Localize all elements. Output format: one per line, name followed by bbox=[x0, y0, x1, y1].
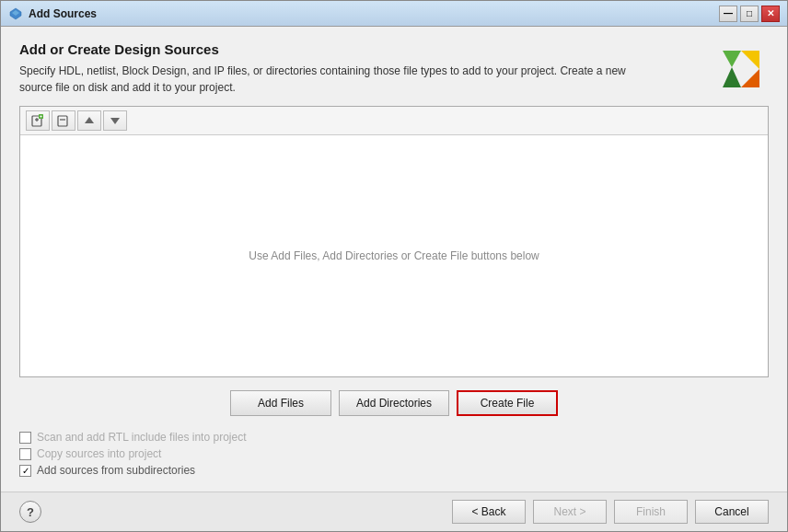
title-bar-controls: — □ ✕ bbox=[719, 6, 780, 22]
svg-rect-13 bbox=[58, 116, 67, 126]
remove-icon bbox=[56, 113, 71, 128]
main-content: Add or Create Design Sources Specify HDL… bbox=[1, 27, 787, 492]
move-down-button[interactable] bbox=[103, 110, 127, 131]
copy-sources-label: Copy sources into project bbox=[37, 447, 161, 460]
finish-button[interactable]: Finish bbox=[614, 500, 688, 524]
file-panel-empty-message: Use Add Files, Add Directories or Create… bbox=[20, 135, 768, 376]
svg-marker-2 bbox=[723, 51, 741, 67]
svg-marker-4 bbox=[741, 69, 759, 87]
next-button[interactable]: Next > bbox=[533, 500, 607, 524]
app-icon bbox=[8, 6, 23, 21]
page-description: Specify HDL, netlist, Block Design, and … bbox=[19, 63, 645, 96]
add-files-button[interactable]: Add Files bbox=[230, 390, 331, 416]
add-subdirs-checkbox[interactable]: ✓ bbox=[19, 465, 31, 477]
options-section: Scan and add RTL include files into proj… bbox=[19, 431, 769, 477]
svg-marker-16 bbox=[110, 118, 120, 124]
add-file-toolbar-button[interactable] bbox=[26, 110, 50, 131]
title-bar: Add Sources — □ ✕ bbox=[1, 1, 787, 27]
add-subdirs-label: Add sources from subdirectories bbox=[37, 464, 195, 477]
cancel-button[interactable]: Cancel bbox=[695, 500, 769, 524]
scan-rtl-option: Scan and add RTL include files into proj… bbox=[19, 431, 769, 444]
add-directories-button[interactable]: Add Directories bbox=[339, 390, 449, 416]
help-button[interactable]: ? bbox=[19, 501, 41, 523]
file-panel-toolbar bbox=[20, 107, 768, 135]
action-buttons: Add Files Add Directories Create File bbox=[19, 390, 769, 416]
svg-marker-3 bbox=[741, 51, 759, 69]
copy-sources-option: Copy sources into project bbox=[19, 447, 769, 460]
copy-sources-checkbox[interactable] bbox=[19, 448, 31, 460]
main-window: Add Sources — □ ✕ Add or Create Design S… bbox=[0, 0, 788, 532]
remove-file-toolbar-button[interactable] bbox=[52, 110, 75, 131]
title-bar-left: Add Sources bbox=[8, 6, 97, 21]
file-panel: Use Add Files, Add Directories or Create… bbox=[19, 106, 769, 377]
move-up-button[interactable] bbox=[77, 110, 101, 131]
close-button[interactable]: ✕ bbox=[761, 6, 780, 22]
footer: ? < Back Next > Finish Cancel bbox=[1, 492, 787, 531]
empty-message-text: Use Add Files, Add Directories or Create… bbox=[249, 249, 539, 262]
maximize-button[interactable]: □ bbox=[740, 6, 759, 22]
add-subdirs-option: ✓ Add sources from subdirectories bbox=[19, 464, 769, 477]
scan-rtl-label: Scan and add RTL include files into proj… bbox=[37, 431, 246, 444]
svg-marker-15 bbox=[85, 117, 94, 123]
page-title: Add or Create Design Sources bbox=[19, 41, 713, 57]
footer-right: < Back Next > Finish Cancel bbox=[452, 500, 769, 524]
xilinx-logo bbox=[713, 41, 769, 97]
header-text: Add or Create Design Sources Specify HDL… bbox=[19, 41, 713, 96]
footer-left: ? bbox=[19, 501, 41, 523]
minimize-button[interactable]: — bbox=[719, 6, 737, 22]
header-section: Add or Create Design Sources Specify HDL… bbox=[19, 41, 769, 97]
scan-rtl-checkbox[interactable] bbox=[19, 432, 31, 444]
svg-marker-5 bbox=[723, 67, 741, 87]
up-arrow-icon bbox=[82, 113, 97, 128]
back-button[interactable]: < Back bbox=[452, 500, 526, 524]
down-arrow-icon bbox=[108, 113, 122, 128]
add-icon bbox=[30, 113, 45, 128]
window-title: Add Sources bbox=[29, 7, 97, 20]
create-file-button[interactable]: Create File bbox=[457, 390, 558, 416]
